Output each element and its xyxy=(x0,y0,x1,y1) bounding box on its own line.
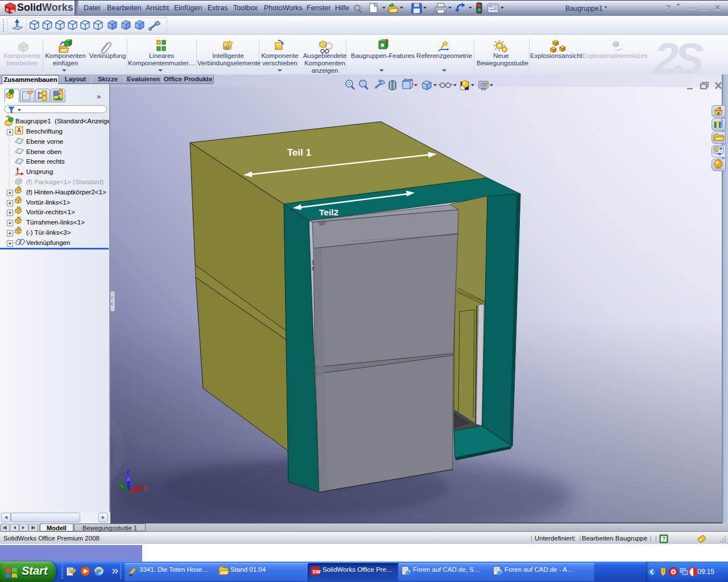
svg-text:Teil2: Teil2 xyxy=(319,207,338,217)
svg-text:?: ? xyxy=(662,536,665,542)
svg-text:Z: Z xyxy=(126,469,130,476)
svg-text:!: ! xyxy=(663,568,664,574)
svg-text:Teil 1: Teil 1 xyxy=(287,147,311,158)
svg-text:Y: Y xyxy=(117,482,121,489)
svg-text:W: W xyxy=(11,9,15,14)
svg-text:X: X xyxy=(143,485,147,492)
svg-text:S: S xyxy=(6,7,9,13)
svg-text:SW: SW xyxy=(312,569,321,575)
